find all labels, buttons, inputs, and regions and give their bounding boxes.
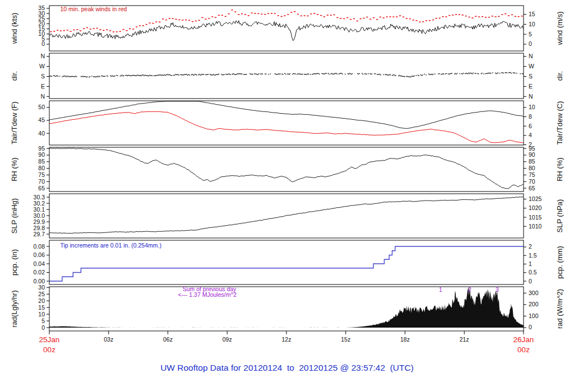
right-tick-label: 90 — [529, 151, 535, 158]
right-axis-title-rad: rad (W/m^2) — [556, 289, 564, 329]
chart-title: UW Rooftop Data for 20120124 to 20120125… — [0, 363, 574, 373]
annotation: Tip increments are 0.01 in. (0.254mm.) — [60, 242, 161, 249]
left-tick-label: 0.04 — [34, 260, 45, 267]
right-tick-label: 300 — [529, 290, 539, 296]
panel-temp: 404550246810Tair/Tdew (F)Tair/Tdew (C) — [10, 101, 564, 148]
panel-rh: 6570758085909565707580859095RH (%)RH (%) — [10, 145, 564, 192]
left-tick-label: N — [40, 93, 45, 100]
right-tick-label: 0.5 — [529, 269, 537, 276]
left-axis-title-wind: wind (kts) — [10, 13, 18, 45]
right-axis-title-pcp: pcp. (mm) — [556, 246, 564, 279]
right-tick-label: 2 — [529, 243, 532, 250]
right-tick-label: 10 — [529, 104, 535, 110]
right-axis-title-rh: RH (%) — [556, 157, 564, 181]
left-tick-label: 0.02 — [34, 269, 45, 276]
left-tick-label: 85 — [38, 158, 45, 165]
right-tick-label: 6 — [529, 123, 532, 129]
annotation: 1 — [439, 286, 442, 293]
left-axis-title-slp: SLP (inHg) — [10, 198, 18, 234]
right-tick-label: 70 — [529, 178, 535, 185]
panel-slp: 29.729.829.930.030.130.230.3101010151020… — [10, 194, 564, 238]
left-axis-title-pcp: pcp. (in) — [10, 249, 18, 276]
right-tick-label: 200 — [529, 301, 539, 307]
left-tick-label: 75 — [38, 171, 45, 178]
left-tick-label: 0 — [41, 324, 45, 331]
end-date-label: 26Jan — [513, 335, 534, 344]
panel-rad: 0510152025300100200300rad(Lgly/hr)rad (W… — [10, 284, 564, 331]
start-date-label: 25Jan — [39, 335, 60, 344]
left-tick-label: 90 — [38, 151, 45, 158]
end-date-label: 00z — [517, 346, 530, 354]
right-tick-label: 0 — [529, 40, 532, 47]
right-tick-label: W — [529, 63, 534, 69]
left-tick-label: E — [41, 83, 45, 90]
left-axis-title-temp: Tair/Tdew (F) — [10, 101, 18, 144]
right-tick-label: 1.5 — [529, 252, 537, 259]
x-tick-label: 12z — [282, 336, 291, 343]
left-axis-title-dir: dir. — [10, 71, 18, 81]
left-tick-label: 30.2 — [34, 200, 45, 207]
x-tick-label: 15z — [341, 336, 350, 343]
left-tick-label: 95 — [38, 145, 45, 152]
left-tick-label: 30 — [38, 284, 45, 291]
right-tick-label: 65 — [529, 185, 535, 192]
x-tick-label: 18z — [400, 336, 410, 343]
left-tick-label: 80 — [38, 165, 45, 171]
right-tick-label: E — [529, 83, 533, 90]
x-tick-label: 21z — [460, 336, 469, 343]
right-tick-label: 95 — [529, 145, 535, 152]
start-date-label: 00z — [43, 346, 55, 354]
left-tick-label: 35 — [38, 4, 45, 11]
left-tick-label: 29.8 — [34, 225, 45, 231]
left-axis-title-rad: rad(Lgly/hr) — [10, 290, 18, 327]
right-tick-label: S — [529, 73, 533, 80]
right-axis-title-wind: wind (m/s) — [556, 12, 564, 46]
annotation: 3 — [496, 286, 499, 293]
left-tick-label: 20 — [38, 297, 45, 304]
panel-pcp: 0.000.020.040.060.0800.511.52pcp. (in)pc… — [10, 240, 564, 284]
right-tick-label: 85 — [529, 158, 535, 165]
left-tick-label: 50 — [38, 104, 45, 110]
panel-wind: 05101520253035051015wind (kts)wind (m/s)… — [10, 4, 564, 51]
x-axis: 03z06z09z12z15z18z21z25Jan00z26Jan00z — [39, 331, 534, 354]
right-tick-label: N — [529, 93, 533, 100]
right-tick-label: 1010 — [529, 223, 542, 230]
right-tick-label: 1020 — [529, 204, 542, 211]
left-tick-label: 30.1 — [34, 206, 45, 213]
right-tick-label: 4 — [529, 132, 532, 138]
left-tick-label: W — [39, 63, 45, 69]
right-axis-title-slp: SLP (hPa) — [556, 199, 564, 233]
right-tick-label: 15 — [529, 11, 535, 17]
right-tick-label: 75 — [529, 171, 535, 178]
right-axis-title-dir: dir. — [556, 71, 564, 81]
left-tick-label: 30.0 — [34, 212, 45, 219]
annotation: <--- 1.37 MJoules/m^2 — [178, 291, 237, 298]
x-tick-label: 09z — [223, 336, 232, 343]
right-tick-label: N — [529, 53, 533, 59]
right-tick-label: 10 — [529, 21, 535, 27]
left-tick-label: 29.9 — [34, 218, 45, 225]
panel-dir: NESWNNESWNdir.dir. — [10, 53, 564, 100]
right-tick-label: 0 — [529, 278, 532, 284]
left-tick-label: N — [40, 53, 45, 59]
left-tick-label: 45 — [38, 116, 45, 123]
right-tick-label: 1025 — [529, 195, 542, 202]
right-tick-label: 5 — [529, 31, 532, 38]
left-axis-title-rh: RH (%) — [10, 157, 18, 181]
left-tick-label: 70 — [38, 178, 45, 185]
left-tick-label: 15 — [38, 304, 45, 311]
left-tick-label: 30.3 — [34, 194, 45, 200]
right-axis-title-temp: Tair/Tdew (C) — [556, 101, 564, 144]
right-tick-label: 1015 — [529, 214, 542, 221]
left-tick-label: 0.00 — [34, 278, 45, 284]
x-tick-label: 03z — [104, 336, 113, 343]
left-tick-label: 0.06 — [34, 251, 45, 258]
weather-multipanel-chart: 05101520253035051015wind (kts)wind (m/s)… — [0, 0, 574, 361]
right-tick-label: 1 — [529, 260, 532, 267]
left-tick-label: 25 — [38, 291, 45, 297]
left-tick-label: 5 — [41, 318, 45, 324]
left-tick-label: 40 — [38, 130, 45, 137]
x-tick-label: 06z — [163, 336, 173, 343]
left-tick-label: 0.08 — [34, 243, 45, 250]
left-tick-label: 10 — [38, 311, 45, 318]
